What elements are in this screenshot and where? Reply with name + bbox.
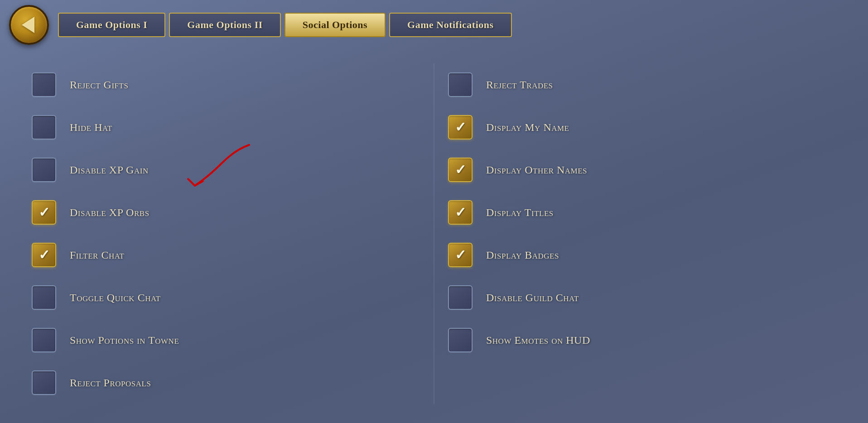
option-row-toggle-quick-chat: Toggle Quick Chat: [27, 276, 424, 319]
option-row-display-other-names: ✓Display Other Names: [444, 149, 841, 191]
header-bar: Game Options IGame Options IISocial Opti…: [0, 0, 868, 50]
tab-game-notifications[interactable]: Game Notifications: [389, 13, 511, 37]
checkbox-disable-xp-gain[interactable]: [32, 158, 56, 182]
option-row-display-titles: ✓Display Titles: [444, 191, 841, 234]
option-label-hide-hat: Hide Hat: [70, 121, 112, 134]
checkbox-toggle-quick-chat[interactable]: [32, 285, 56, 310]
option-row-display-badges: ✓Display Badges: [444, 234, 841, 276]
option-row-disable-xp-orbs: ✓Disable XP Orbs: [27, 191, 424, 234]
checkbox-hide-hat[interactable]: [32, 115, 56, 139]
checkbox-display-other-names[interactable]: ✓: [448, 158, 473, 182]
tab-bar: Game Options IGame Options IISocial Opti…: [58, 13, 512, 37]
option-row-reject-proposals: Reject Proposals: [27, 361, 424, 404]
checkbox-display-badges[interactable]: ✓: [448, 243, 473, 267]
option-label-show-emotes-on-hud: Show Emotes on HUD: [486, 334, 590, 346]
option-label-show-potions-in-towne: Show Potions in Towne: [70, 334, 179, 346]
option-label-disable-guild-chat: Disable Guild Chat: [486, 292, 579, 304]
checkbox-display-titles[interactable]: ✓: [448, 200, 473, 225]
option-row-show-emotes-on-hud: Show Emotes on HUD: [444, 319, 841, 361]
checkmark-display-my-name: ✓: [455, 120, 466, 134]
checkbox-reject-proposals[interactable]: [32, 370, 56, 395]
option-row-filter-chat: ✓Filter Chat: [27, 234, 424, 276]
option-label-reject-proposals: Reject Proposals: [70, 377, 151, 389]
option-label-display-my-name: Display My Name: [486, 121, 569, 134]
option-row-reject-trades: Reject Trades: [444, 63, 841, 106]
option-label-disable-xp-orbs: Disable XP Orbs: [70, 207, 149, 219]
option-label-toggle-quick-chat: Toggle Quick Chat: [70, 292, 161, 304]
option-label-disable-xp-gain: Disable XP Gain: [70, 164, 149, 176]
option-row-disable-xp-gain: Disable XP Gain: [27, 149, 424, 191]
right-column: Reject Trades✓Display My Name✓Display Ot…: [444, 63, 841, 404]
back-arrow-icon: [22, 17, 34, 33]
option-row-hide-hat: Hide Hat: [27, 106, 424, 149]
tab-game-options-2[interactable]: Game Options II: [169, 13, 280, 37]
option-row-disable-guild-chat: Disable Guild Chat: [444, 276, 841, 319]
tab-social-options[interactable]: Social Options: [285, 13, 386, 37]
checkmark-disable-xp-orbs: ✓: [39, 206, 50, 219]
checkbox-disable-guild-chat[interactable]: [448, 285, 473, 310]
checkmark-display-titles: ✓: [455, 206, 466, 219]
checkbox-filter-chat[interactable]: ✓: [32, 243, 56, 267]
checkbox-show-emotes-on-hud[interactable]: [448, 328, 473, 352]
checkbox-disable-xp-orbs[interactable]: ✓: [32, 200, 56, 225]
option-label-display-titles: Display Titles: [486, 207, 554, 219]
checkbox-display-my-name[interactable]: ✓: [448, 115, 473, 139]
tab-game-options-1[interactable]: Game Options I: [58, 13, 165, 37]
checkmark-display-badges: ✓: [455, 248, 466, 262]
column-divider: [434, 63, 434, 404]
option-label-reject-gifts: Reject Gifts: [70, 79, 128, 91]
back-button[interactable]: [9, 5, 49, 45]
left-column: Reject GiftsHide HatDisable XP Gain✓Disa…: [27, 63, 424, 404]
option-label-filter-chat: Filter Chat: [70, 249, 125, 261]
option-row-reject-gifts: Reject Gifts: [27, 63, 424, 106]
checkbox-reject-gifts[interactable]: [32, 72, 56, 97]
option-row-show-potions-in-towne: Show Potions in Towne: [27, 319, 424, 361]
checkbox-show-potions-in-towne[interactable]: [32, 328, 56, 352]
option-label-reject-trades: Reject Trades: [486, 79, 553, 91]
content-area: Reject GiftsHide HatDisable XP Gain✓Disa…: [0, 50, 868, 418]
checkmark-filter-chat: ✓: [39, 248, 50, 262]
option-label-display-badges: Display Badges: [486, 249, 559, 261]
option-row-display-my-name: ✓Display My Name: [444, 106, 841, 149]
checkbox-reject-trades[interactable]: [448, 72, 473, 97]
option-label-display-other-names: Display Other Names: [486, 164, 587, 176]
checkmark-display-other-names: ✓: [455, 163, 466, 177]
